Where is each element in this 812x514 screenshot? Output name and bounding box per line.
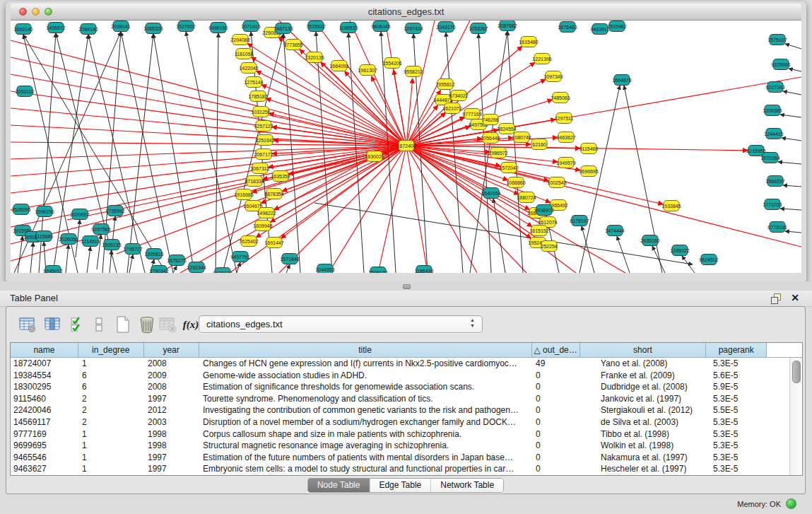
graph-node[interactable]: 6734022 [449, 90, 468, 101]
graph-node[interactable]: 1572040 [499, 163, 518, 173]
graph-node[interactable]: 9718334 [245, 176, 264, 187]
cell-short[interactable]: Stergiakouli et al. (2012) [581, 404, 707, 416]
cell-pagerank[interactable]: 5.3E-5 [707, 440, 768, 452]
cell-year[interactable]: 2009 [144, 370, 199, 382]
cell-pagerank[interactable]: 5.9E-5 [707, 381, 768, 393]
cell-out_de[interactable]: 0 [533, 370, 581, 382]
graph-node[interactable]: 3067312 [250, 163, 269, 174]
graph-node[interactable]: 9777169 [462, 109, 481, 119]
graph-node[interactable]: 2056448 [481, 133, 500, 144]
cell-short[interactable]: Yano et al. (2008) [581, 358, 707, 370]
graph-node[interactable]: 7955812 [435, 79, 454, 90]
cell-out_de[interactable]: 0 [533, 393, 581, 405]
graph-node[interactable]: 1527602 [176, 21, 195, 32]
new-document-icon[interactable] [114, 314, 135, 335]
column-header-in_degree[interactable]: in_degree [78, 343, 144, 358]
splitter-handle-icon[interactable] [403, 284, 411, 289]
clear-selection-icon[interactable] [93, 314, 114, 335]
graph-node[interactable]: 1209385 [763, 105, 782, 116]
graph-node[interactable]: 1771033 [763, 199, 782, 210]
graph-node[interactable]: 1395816 [144, 249, 163, 259]
cell-in_degree[interactable]: 1 [78, 452, 144, 464]
column-header-pagerank[interactable]: pagerank [706, 343, 767, 358]
graph-node[interactable]: 9457791 [230, 252, 249, 262]
cell-name[interactable]: 14569117 [11, 416, 78, 428]
cell-short[interactable]: Wolkin et al. (1998) [581, 440, 707, 452]
graph-node[interactable]: 6179197 [570, 216, 589, 226]
cell-pagerank[interactable]: 5.3E-5 [707, 416, 768, 428]
graph-node[interactable]: 1678275 [167, 255, 186, 266]
graph-node[interactable]: 1621064 [760, 153, 779, 163]
cell-short[interactable]: Franke et al. (2009) [581, 370, 707, 382]
function-builder-icon[interactable]: f(x) [180, 314, 201, 335]
graph-node[interactable]: 746266 [482, 115, 498, 125]
graph-node[interactable]: 252254 [541, 241, 557, 252]
graph-node[interactable]: 1785187 [248, 91, 267, 102]
graph-node[interactable]: 2043175 [436, 22, 455, 33]
cell-name[interactable]: 9777169 [11, 428, 78, 440]
cell-short[interactable]: Jankovic et al. (1997) [581, 393, 707, 405]
delete-icon[interactable] [138, 314, 159, 335]
graph-node[interactable]: 1498222 [257, 208, 276, 218]
graph-node[interactable]: 1186430 [415, 266, 434, 274]
graph-node[interactable]: 62160 [531, 139, 547, 150]
graph-node[interactable]: 9115460 [579, 144, 599, 154]
graph-node[interactable]: 1830029 [365, 151, 384, 162]
cell-out_de[interactable]: 49 [533, 358, 581, 370]
cell-title[interactable]: Investigating the contribution of common… [199, 404, 533, 416]
cell-short[interactable]: Hescheler et al. (1997) [581, 463, 707, 475]
cell-in_degree[interactable]: 6 [78, 370, 144, 382]
graph-node[interactable]: 1691447 [264, 238, 283, 248]
cell-name[interactable]: 19384554 [11, 370, 78, 382]
cell-short[interactable]: Nakamura et al. (1997) [581, 452, 707, 464]
cell-in_degree[interactable]: 2 [78, 393, 144, 405]
cell-year[interactable]: 2008 [144, 358, 199, 370]
cell-title[interactable]: Genome-wide association studies in ADHD. [199, 370, 533, 382]
graph-node[interactable]: 9227343 [765, 82, 784, 93]
cell-title[interactable]: Disruption of a novel member of a sodium… [199, 416, 533, 428]
cell-in_degree[interactable]: 1 [78, 358, 144, 370]
table-row[interactable]: 1456911722003Disruption of a novel membe… [11, 416, 802, 428]
graph-node[interactable]: 1640954 [481, 188, 500, 199]
graph-node[interactable]: 1031256 [251, 107, 270, 117]
graph-node[interactable]: 1598156 [35, 206, 54, 217]
cell-title[interactable]: Embryonic stem cells: a model to study s… [199, 463, 533, 475]
cell-out_de[interactable]: 0 [533, 440, 581, 452]
vertical-scrollbar[interactable] [789, 358, 802, 475]
cell-out_de[interactable]: 0 [533, 452, 581, 464]
graph-node[interactable]: 1320135 [305, 52, 324, 63]
graph-node[interactable]: 1735992 [105, 206, 124, 216]
graph-node[interactable]: 9773655 [283, 40, 302, 50]
cell-out_de[interactable]: 0 [533, 404, 581, 416]
cell-year[interactable]: 1997 [144, 463, 199, 475]
graph-node[interactable]: 2251642 [255, 135, 274, 146]
cell-pagerank[interactable]: 5.3E-5 [707, 358, 768, 370]
cell-short[interactable]: Dudbridge et al. (2008) [581, 381, 707, 393]
cell-pagerank[interactable]: 5.6E-5 [707, 370, 768, 382]
graph-node[interactable]: 1275144 [244, 77, 263, 88]
cell-pagerank[interactable]: 5.5E-5 [707, 404, 768, 416]
graph-node[interactable]: 9329966 [771, 59, 790, 70]
graph-node[interactable]: 1961307 [358, 65, 377, 76]
table-row[interactable]: 946362711997Embryonic stem cells: a mode… [11, 463, 802, 475]
graph-node[interactable]: 6466160 [208, 23, 228, 33]
graph-node[interactable]: 2935160 [640, 235, 659, 246]
cell-year[interactable]: 1997 [144, 452, 199, 464]
graph-node[interactable]: 1044553 [315, 264, 334, 274]
cell-title[interactable]: Tourette syndrome. Phenomenology and cla… [199, 393, 533, 405]
graph-node[interactable]: 8938923 [534, 205, 553, 216]
cell-out_de[interactable]: 0 [533, 428, 581, 440]
cell-in_degree[interactable]: 6 [78, 381, 144, 393]
graph-node[interactable]: 3474444 [605, 226, 624, 236]
graph-node[interactable]: 9624502 [699, 255, 718, 265]
graph-node[interactable]: 2204088 [230, 35, 249, 45]
cell-pagerank[interactable]: 5.3E-5 [707, 463, 768, 475]
cell-year[interactable]: 1998 [144, 440, 199, 452]
float-panel-icon[interactable] [771, 293, 781, 303]
graph-node[interactable]: 1080748 [512, 132, 531, 143]
cell-year[interactable]: 2003 [144, 416, 199, 428]
graph-node[interactable]: 9806345 [371, 21, 390, 32]
graph-node[interactable]: 7515532 [306, 21, 325, 32]
delete-table-icon[interactable] [158, 314, 179, 335]
scrollbar-thumb[interactable] [792, 361, 801, 383]
